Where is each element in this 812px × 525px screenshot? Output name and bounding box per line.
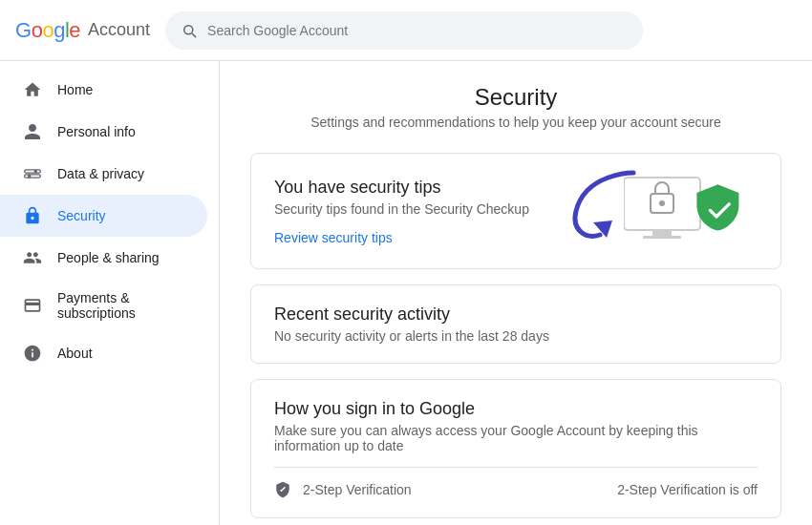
security-tips-desc: Security tips found in the Security Chec… <box>274 201 529 217</box>
recent-activity-card: Recent security activity No security act… <box>250 284 781 364</box>
security-tips-content: You have security tips Security tips fou… <box>274 178 529 245</box>
sidebar-item-people-sharing[interactable]: People & sharing <box>0 237 207 279</box>
sidebar-item-about-label: About <box>57 346 93 361</box>
sidebar-item-data-privacy[interactable]: Data & privacy <box>0 153 207 195</box>
sidebar-item-data-privacy-label: Data & privacy <box>57 166 144 181</box>
svg-point-1 <box>34 170 37 173</box>
two-step-left: 2-Step Verification <box>274 481 412 498</box>
sign-in-title: How you sign in to Google <box>274 399 758 419</box>
shield-lock-icon <box>274 481 291 498</box>
review-security-tips-link[interactable]: Review security tips <box>274 230 393 245</box>
sidebar-item-security[interactable]: Security <box>0 195 207 237</box>
page-subtitle: Settings and recommendations to help you… <box>250 115 781 130</box>
toggle-icon <box>23 164 42 183</box>
recent-activity-title: Recent security activity <box>274 304 758 325</box>
google-wordmark: Google <box>15 18 80 43</box>
svg-point-3 <box>28 175 31 178</box>
sign-in-card: How you sign in to Google Make sure you … <box>250 379 781 518</box>
header: Google Account <box>0 0 812 61</box>
home-icon <box>23 80 42 99</box>
sidebar-item-personal-info-label: Personal info <box>57 124 136 139</box>
svg-rect-0 <box>25 170 41 173</box>
two-step-verification-row[interactable]: 2-Step Verification 2-Step Verification … <box>274 467 758 498</box>
svg-point-9 <box>659 200 665 206</box>
sidebar-item-payments-label: Payments & subscriptions <box>57 290 184 321</box>
arrow-decoration <box>566 163 643 249</box>
security-illustration <box>624 173 758 249</box>
layout: Home Personal info Data & privacy Securi… <box>0 61 812 525</box>
google-account-logo[interactable]: Google Account <box>15 18 150 43</box>
recent-activity-desc: No security activity or alerts in the la… <box>274 328 758 344</box>
security-tips-card: You have security tips Security tips fou… <box>250 153 781 269</box>
main-content: Security Settings and recommendations to… <box>220 61 812 525</box>
security-tips-title: You have security tips <box>274 178 529 198</box>
svg-rect-2 <box>25 175 41 178</box>
sidebar-item-people-label: People & sharing <box>57 250 160 265</box>
two-step-status: 2-Step Verification is off <box>617 482 758 497</box>
search-bar <box>165 11 643 50</box>
credit-card-icon <box>23 296 42 315</box>
search-icon <box>181 22 198 39</box>
two-step-label: 2-Step Verification <box>303 482 412 497</box>
sidebar-item-personal-info[interactable]: Personal info <box>0 111 207 153</box>
svg-rect-7 <box>643 236 681 239</box>
search-input[interactable] <box>207 23 628 38</box>
sidebar-item-about[interactable]: About <box>0 332 207 374</box>
lock-icon <box>23 206 42 225</box>
page-title: Security <box>250 84 781 111</box>
people-icon <box>23 248 42 267</box>
sidebar-item-security-label: Security <box>57 208 106 223</box>
person-icon <box>23 122 42 141</box>
svg-rect-6 <box>652 230 672 236</box>
account-label: Account <box>88 20 150 40</box>
sign-in-desc: Make sure you can always access your Goo… <box>274 423 758 453</box>
sidebar: Home Personal info Data & privacy Securi… <box>0 61 220 525</box>
info-icon <box>23 344 42 363</box>
sidebar-item-home[interactable]: Home <box>0 69 207 111</box>
sidebar-item-payments[interactable]: Payments & subscriptions <box>0 279 207 332</box>
sidebar-item-home-label: Home <box>57 82 93 97</box>
